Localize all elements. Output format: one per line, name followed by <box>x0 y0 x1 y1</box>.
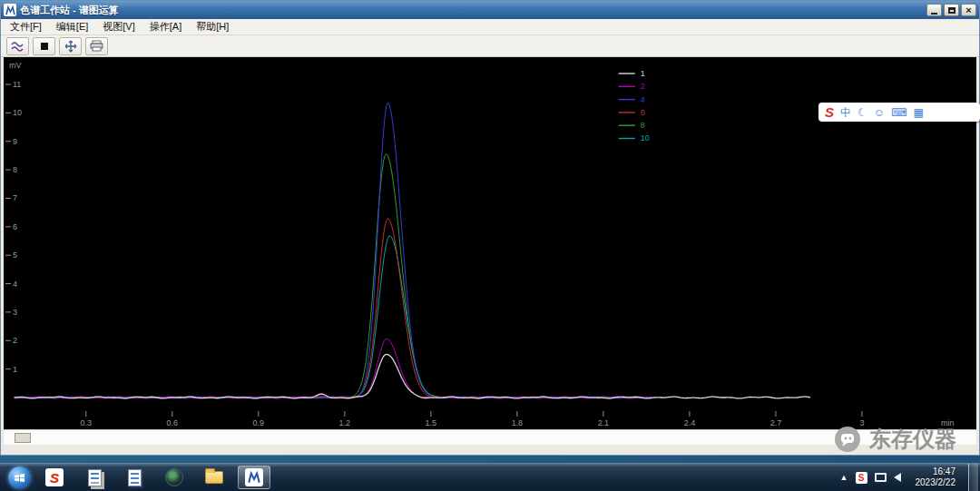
legend-label: 10 <box>641 133 650 142</box>
menu-file[interactable]: 文件[F] <box>3 18 49 35</box>
ime-toolbar[interactable]: S中☾☺⌨▦ <box>818 103 980 122</box>
moon-mode-icon[interactable]: ☾ <box>858 107 867 118</box>
y-tick-label: 8 <box>13 165 17 174</box>
y-tick-label: 2 <box>13 336 17 345</box>
desktop: 色谱工作站 - 谱图运算 × 文件[F]编辑[E]视图[V]操作[A]帮助[H] <box>0 0 980 491</box>
y-tick-label: 3 <box>13 308 17 317</box>
hidden-icons-chevron-icon[interactable]: ▲ <box>840 474 848 482</box>
menu-bar: 文件[F]编辑[E]视图[V]操作[A]帮助[H] <box>1 19 979 35</box>
clock-date: 2023/2/22 <box>916 477 956 488</box>
x-tick-label: 0.6 <box>167 418 178 427</box>
x-tick-label: 2.1 <box>598 418 609 427</box>
y-tick-label: 7 <box>13 193 17 202</box>
toolbox-icon[interactable]: ▦ <box>913 107 923 118</box>
titlebar[interactable]: 色谱工作站 - 谱图运算 × <box>1 1 979 19</box>
x-tick-label: 0.9 <box>253 418 264 427</box>
window-title: 色谱工作站 - 谱图运算 <box>20 4 923 17</box>
print-button[interactable] <box>85 37 108 55</box>
close-icon: × <box>965 5 971 15</box>
close-button[interactable]: × <box>961 4 976 16</box>
clock-time: 16:47 <box>933 466 956 477</box>
legend-label: 8 <box>641 121 645 130</box>
x-tick-label: 2.7 <box>770 418 781 427</box>
legend-label: 6 <box>641 108 645 117</box>
emoji-icon[interactable]: ☺ <box>874 107 885 118</box>
show-desktop-button[interactable] <box>968 464 978 491</box>
documents-icon <box>88 469 102 486</box>
taskbar-icon-editor[interactable] <box>118 466 151 489</box>
taskbar-icon-chromatography-app[interactable] <box>238 466 270 489</box>
y-axis-label: mV <box>9 61 21 70</box>
tray-sogou-icon[interactable]: S <box>856 472 867 484</box>
editor-page-icon <box>128 469 142 486</box>
trace-series-4 <box>15 103 652 398</box>
x-tick-label: 1.2 <box>339 418 350 427</box>
watermark-logo-icon <box>834 426 861 453</box>
minimize-button[interactable] <box>926 4 942 16</box>
minimize-icon <box>931 13 937 15</box>
legend-label: 1 <box>641 69 645 78</box>
legend-label: 4 <box>641 95 645 104</box>
trace-series-6 <box>15 219 652 398</box>
x-tick-label: 1.8 <box>512 418 523 427</box>
y-tick-label: 6 <box>13 222 17 231</box>
watermark: 东存仪器 <box>834 425 956 454</box>
taskbar-icon-documents[interactable] <box>78 466 111 489</box>
y-tick-label: 4 <box>13 280 17 289</box>
sogou-icon: S <box>45 468 64 486</box>
y-tick-label: 11 <box>13 80 21 89</box>
taskbar-icon-sogou[interactable]: S <box>38 466 71 489</box>
maximize-button[interactable] <box>944 4 959 16</box>
print-icon <box>90 40 103 52</box>
tray-display-icon[interactable] <box>875 473 887 482</box>
tray-volume-icon[interactable] <box>894 473 901 482</box>
windows-flag-icon <box>14 472 25 484</box>
zoom-extents-button[interactable] <box>59 37 82 55</box>
legend-label: 2 <box>641 82 645 91</box>
y-tick-label: 10 <box>13 108 22 117</box>
folder-icon <box>205 471 223 484</box>
menu-help[interactable]: 帮助[H] <box>189 18 236 35</box>
taskbar-icon-folder[interactable] <box>198 466 230 489</box>
y-tick-label: 9 <box>13 137 17 146</box>
keyboard-icon[interactable]: ⌨ <box>891 107 906 118</box>
menu-action[interactable]: 操作[A] <box>142 18 189 35</box>
start-button[interactable] <box>8 466 31 489</box>
curves-button[interactable] <box>6 37 29 55</box>
menu-edit[interactable]: 编辑[E] <box>49 18 95 35</box>
stop-icon <box>39 41 50 52</box>
zoom-extents-icon <box>64 40 77 53</box>
watermark-text: 东存仪器 <box>869 425 956 454</box>
x-tick-label: 0.3 <box>81 418 92 427</box>
x-tick-label: 1.5 <box>426 418 436 427</box>
app-window: 色谱工作站 - 谱图运算 × 文件[F]编辑[E]视图[V]操作[A]帮助[H] <box>0 0 980 456</box>
curves-icon <box>11 41 25 52</box>
trace-series-2 <box>15 339 652 398</box>
x-tick-label: 2.4 <box>684 418 695 427</box>
trace-series-8 <box>15 154 652 398</box>
sogou-logo-icon[interactable]: S <box>825 105 834 119</box>
maximize-icon <box>948 7 956 14</box>
scrollbar-thumb[interactable] <box>15 433 31 443</box>
toolbar <box>1 35 979 57</box>
window-controls: × <box>926 4 976 16</box>
stop-button[interactable] <box>33 37 55 55</box>
horizontal-scrollbar[interactable] <box>4 429 976 445</box>
taskbar-clock[interactable]: 16:47 2023/2/22 <box>916 466 956 488</box>
chromatography-app-icon <box>245 468 263 486</box>
taskbar: S ▲ S 16:47 2 <box>0 463 980 491</box>
taskbar-icon-browser[interactable] <box>158 466 191 489</box>
app-logo-icon <box>4 4 16 16</box>
chinese-mode-icon[interactable]: 中 <box>840 107 851 118</box>
trace-series-10 <box>15 236 652 398</box>
system-tray: ▲ S <box>840 472 901 484</box>
browser-globe-icon <box>165 468 183 486</box>
menu-view[interactable]: 视图[V] <box>95 18 142 35</box>
y-tick-label: 1 <box>13 365 17 374</box>
y-tick-label: 5 <box>13 250 17 260</box>
